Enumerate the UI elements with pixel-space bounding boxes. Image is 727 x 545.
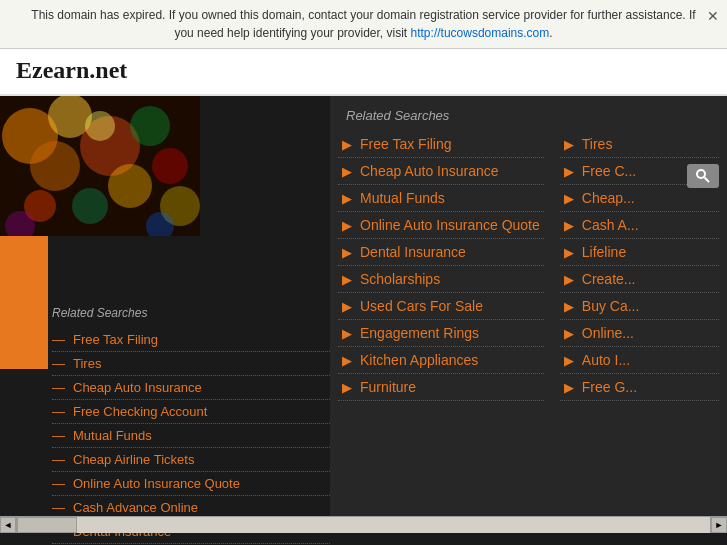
site-title[interactable]: Ezearn.net bbox=[16, 57, 127, 83]
arrow-icon: ▶ bbox=[342, 380, 352, 395]
arrow-icon: ▶ bbox=[342, 245, 352, 260]
list-item[interactable]: ▶ Furniture bbox=[338, 374, 544, 401]
arrow-icon: ▶ bbox=[564, 137, 574, 152]
search-icon-area[interactable] bbox=[687, 164, 719, 188]
search-link[interactable]: Furniture bbox=[360, 379, 416, 395]
search-link[interactable]: Create... bbox=[582, 271, 636, 287]
svg-point-7 bbox=[108, 164, 152, 208]
search-link[interactable]: Free Checking Account bbox=[73, 404, 207, 419]
list-item[interactable]: — Tires bbox=[52, 352, 330, 376]
arrow-icon: ▶ bbox=[342, 137, 352, 152]
left-sidebar: Related Searches — Free Tax Filing — Tir… bbox=[52, 306, 330, 545]
list-item[interactable]: ▶ Cheap Auto Insurance bbox=[338, 158, 544, 185]
search-link[interactable]: Free C... bbox=[582, 163, 636, 179]
search-link[interactable]: Cheap Airline Tickets bbox=[73, 452, 194, 467]
svg-line-15 bbox=[705, 178, 710, 183]
bokeh-image bbox=[0, 96, 200, 236]
search-link[interactable]: Tires bbox=[73, 356, 101, 371]
list-item[interactable]: ▶ Online Auto Insurance Quote bbox=[338, 212, 544, 239]
arrow-icon: ▶ bbox=[342, 272, 352, 287]
search-columns: ▶ Free Tax Filing ▶ Cheap Auto Insurance… bbox=[330, 131, 727, 401]
arrow-icon: ▶ bbox=[564, 245, 574, 260]
arrow-icon: ▶ bbox=[342, 326, 352, 341]
list-item[interactable]: ▶ Scholarships bbox=[338, 266, 544, 293]
list-item[interactable]: ▶ Online... bbox=[560, 320, 719, 347]
arrow-icon: — bbox=[52, 452, 65, 467]
list-item[interactable]: ▶ Dental Insurance bbox=[338, 239, 544, 266]
arrow-icon: ▶ bbox=[342, 164, 352, 179]
list-item[interactable]: — Cheap Auto Insurance bbox=[52, 376, 330, 400]
right-panel-title: Related Searches bbox=[330, 108, 727, 131]
svg-point-14 bbox=[697, 170, 705, 178]
scroll-thumb[interactable] bbox=[17, 517, 77, 533]
search-link[interactable]: Scholarships bbox=[360, 271, 440, 287]
list-item[interactable]: ▶ Cash A... bbox=[560, 212, 719, 239]
left-sidebar-title: Related Searches bbox=[52, 306, 330, 320]
arrow-icon: — bbox=[52, 428, 65, 443]
search-link[interactable]: Online Auto Insurance Quote bbox=[360, 217, 540, 233]
search-link[interactable]: Cash A... bbox=[582, 217, 639, 233]
arrow-icon: ▶ bbox=[564, 353, 574, 368]
list-item[interactable]: ▶ Kitchen Appliances bbox=[338, 347, 544, 374]
search-link[interactable]: Buy Ca... bbox=[582, 298, 640, 314]
list-item[interactable]: ▶ Create... bbox=[560, 266, 719, 293]
list-item[interactable]: ▶ Free G... bbox=[560, 374, 719, 401]
list-item[interactable]: — Free Tax Filing bbox=[52, 328, 330, 352]
search-link[interactable]: Free Tax Filing bbox=[73, 332, 158, 347]
list-item[interactable]: ▶ Free Tax Filing bbox=[338, 131, 544, 158]
list-item[interactable]: ▶ Used Cars For Sale bbox=[338, 293, 544, 320]
search-link[interactable]: Cash Advance Online bbox=[73, 500, 198, 515]
list-item[interactable]: ▶ Tires bbox=[560, 131, 719, 158]
arrow-icon: ▶ bbox=[564, 299, 574, 314]
search-link[interactable]: Online Auto Insurance Quote bbox=[73, 476, 240, 491]
list-item[interactable]: — Mutual Funds bbox=[52, 424, 330, 448]
scroll-track[interactable] bbox=[16, 517, 711, 533]
scroll-right-button[interactable]: ► bbox=[711, 517, 727, 533]
search-link[interactable]: Online... bbox=[582, 325, 634, 341]
main-content: Related Searches — Free Tax Filing — Tir… bbox=[0, 96, 727, 516]
tucows-link[interactable]: http://tucowsdomains.com bbox=[411, 26, 550, 40]
search-link[interactable]: Dental Insurance bbox=[360, 244, 466, 260]
close-icon-top[interactable]: ✕ bbox=[707, 6, 719, 27]
scroll-left-button[interactable]: ◄ bbox=[0, 517, 16, 533]
search-link[interactable]: Cheap Auto Insurance bbox=[360, 163, 499, 179]
right-col-left: ▶ Free Tax Filing ▶ Cheap Auto Insurance… bbox=[330, 131, 552, 401]
arrow-icon: ▶ bbox=[564, 272, 574, 287]
list-item[interactable]: ▶ Auto I... bbox=[560, 347, 719, 374]
list-item[interactable]: ▶ Lifeline bbox=[560, 239, 719, 266]
svg-point-8 bbox=[72, 188, 108, 224]
list-item[interactable]: ▶ Engagement Rings bbox=[338, 320, 544, 347]
notification-text: This domain has expired. If you owned th… bbox=[31, 8, 695, 40]
svg-point-5 bbox=[130, 106, 170, 146]
arrow-icon: ▶ bbox=[342, 299, 352, 314]
search-link[interactable]: Used Cars For Sale bbox=[360, 298, 483, 314]
arrow-icon: — bbox=[52, 404, 65, 419]
search-link[interactable]: Mutual Funds bbox=[360, 190, 445, 206]
list-item[interactable]: — Online Auto Insurance Quote bbox=[52, 472, 330, 496]
arrow-icon: — bbox=[52, 476, 65, 491]
list-item[interactable]: ▶ Cheap... bbox=[560, 185, 719, 212]
arrow-icon: ▶ bbox=[342, 353, 352, 368]
arrow-icon: ▶ bbox=[564, 326, 574, 341]
list-item[interactable]: ▶ Buy Ca... bbox=[560, 293, 719, 320]
search-link[interactable]: Engagement Rings bbox=[360, 325, 479, 341]
search-link[interactable]: Auto I... bbox=[582, 352, 630, 368]
search-link[interactable]: Lifeline bbox=[582, 244, 626, 260]
arrow-icon: — bbox=[52, 356, 65, 371]
notification-bar: This domain has expired. If you owned th… bbox=[0, 0, 727, 49]
search-link[interactable]: Tires bbox=[582, 136, 613, 152]
search-link[interactable]: Cheap Auto Insurance bbox=[73, 380, 202, 395]
list-item[interactable]: ▶ Mutual Funds bbox=[338, 185, 544, 212]
arrow-icon: — bbox=[52, 380, 65, 395]
search-link[interactable]: Mutual Funds bbox=[73, 428, 152, 443]
list-item[interactable]: — Cheap Airline Tickets bbox=[52, 448, 330, 472]
list-item[interactable]: — Free Checking Account bbox=[52, 400, 330, 424]
search-link[interactable]: Free G... bbox=[582, 379, 637, 395]
search-link[interactable]: Free Tax Filing bbox=[360, 136, 452, 152]
svg-point-6 bbox=[152, 148, 188, 184]
search-link[interactable]: Cheap... bbox=[582, 190, 635, 206]
horizontal-scrollbar: ◄ ► bbox=[0, 516, 727, 532]
svg-point-13 bbox=[85, 111, 115, 141]
svg-point-4 bbox=[30, 141, 80, 191]
search-link[interactable]: Kitchen Appliances bbox=[360, 352, 478, 368]
